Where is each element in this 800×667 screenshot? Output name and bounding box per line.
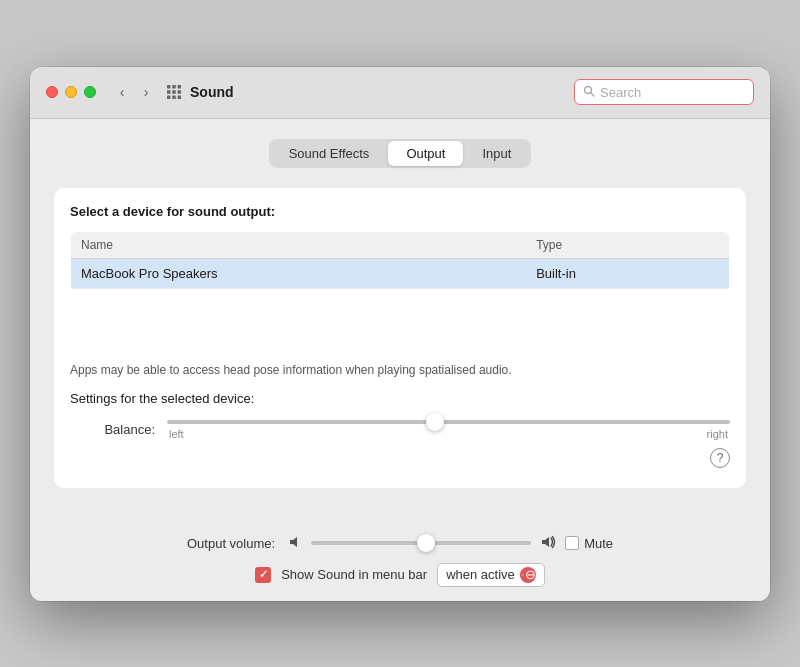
back-button[interactable]: ‹ [112,82,132,102]
help-row: ? [70,444,730,472]
close-button[interactable] [46,86,58,98]
grid-icon[interactable] [166,84,182,100]
table-header: Name Type [71,231,730,258]
title-bar: ‹ › Sound Searc [30,67,770,119]
balance-left-label: left [169,428,184,440]
svg-rect-3 [167,90,171,94]
when-active-label: when active [446,567,515,582]
svg-rect-6 [167,96,171,100]
svg-rect-5 [178,90,182,94]
settings-label: Settings for the selected device: [70,391,730,406]
svg-marker-12 [542,537,549,547]
when-active-icon [520,567,536,583]
panel-title: Select a device for sound output: [70,204,730,219]
tabs-wrapper: Sound Effects Output Input [54,139,746,168]
balance-labels: left right [167,428,730,440]
search-box[interactable]: Search [574,79,754,105]
volume-thumb[interactable] [417,534,435,552]
device-extra [700,258,730,288]
main-window: ‹ › Sound Searc [30,67,770,601]
tab-sound-effects[interactable]: Sound Effects [271,141,388,166]
col-type-header: Type [526,231,699,258]
traffic-lights [46,86,96,98]
svg-rect-7 [172,96,176,100]
balance-label: Balance: [90,422,155,437]
device-type: Built-in [526,258,699,288]
search-placeholder: Search [600,85,641,100]
tab-input[interactable]: Input [464,141,529,166]
window-title: Sound [190,84,234,100]
balance-track[interactable] [167,420,730,424]
info-text: Apps may be able to access head pose inf… [70,361,730,379]
output-panel: Select a device for sound output: Name T… [54,188,746,488]
volume-slider[interactable] [311,541,531,545]
when-active-button[interactable]: when active [437,563,545,587]
balance-slider-container: left right [167,420,730,440]
show-sound-checkbox[interactable] [255,567,271,583]
col-extra-header [700,231,730,258]
table-empty-row [71,288,730,348]
svg-rect-14 [521,574,524,575]
svg-marker-11 [290,537,297,547]
tab-output[interactable]: Output [388,141,463,166]
show-sound-label: Show Sound in menu bar [281,567,427,582]
volume-high-icon [539,534,557,553]
balance-right-label: right [707,428,728,440]
balance-row: Balance: left right [70,420,730,440]
volume-low-icon [287,534,303,553]
bottom-options-row: Show Sound in menu bar when active [46,563,754,587]
mute-label: Mute [584,536,613,551]
svg-rect-2 [178,85,182,89]
bottom-bar: Output volume: Mute [30,524,770,601]
mute-container: Mute [565,536,613,551]
svg-rect-0 [167,85,171,89]
col-name-header: Name [71,231,527,258]
balance-thumb[interactable] [426,413,444,431]
forward-button[interactable]: › [136,82,156,102]
nav-arrows: ‹ › [112,82,156,102]
svg-rect-8 [178,96,182,100]
svg-rect-1 [172,85,176,89]
search-icon [583,85,595,100]
device-name: MacBook Pro Speakers [71,258,527,288]
maximize-button[interactable] [84,86,96,98]
mute-checkbox[interactable] [565,536,579,550]
help-button[interactable]: ? [710,448,730,468]
table-row[interactable]: MacBook Pro Speakers Built-in [71,258,730,288]
content-area: Sound Effects Output Input Select a devi… [30,119,770,524]
device-table: Name Type MacBook Pro Speakers Built-in [70,231,730,349]
volume-row: Output volume: Mute [46,534,754,553]
svg-line-10 [591,92,594,95]
svg-rect-4 [172,90,176,94]
volume-label: Output volume: [187,536,275,551]
tabs: Sound Effects Output Input [269,139,532,168]
minimize-button[interactable] [65,86,77,98]
